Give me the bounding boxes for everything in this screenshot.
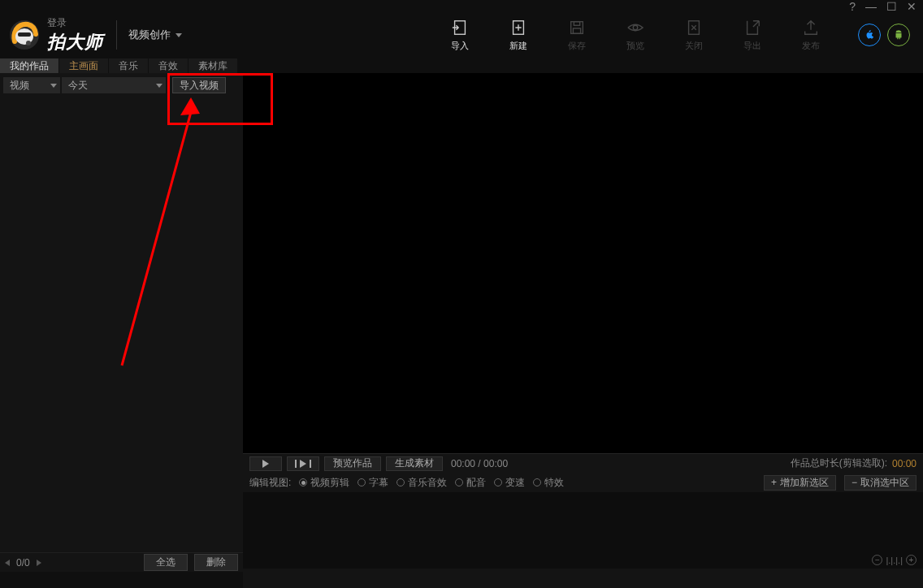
publish-tool[interactable]: 发布 <box>793 19 829 52</box>
import-video-button[interactable]: 导入视频 <box>172 77 226 93</box>
tool-label: 导入 <box>451 40 469 52</box>
timeline[interactable]: − |.|.|.| + <box>243 492 923 569</box>
close-button[interactable]: ✕ <box>907 0 916 13</box>
close-icon <box>685 19 703 37</box>
export-tool[interactable]: 导出 <box>734 19 770 52</box>
radio-icon <box>533 478 541 486</box>
type-filter-label: 视频 <box>10 79 29 93</box>
plus-icon: + <box>771 477 777 488</box>
app-brand: 拍大师 <box>47 30 103 54</box>
login-link[interactable]: 登录 <box>47 16 103 30</box>
tool-label: 新建 <box>509 40 527 52</box>
radio-icon <box>494 478 502 486</box>
prev-page-icon[interactable] <box>5 560 10 566</box>
zoom-marks: |.|.|.| <box>886 556 903 565</box>
radio-subtitle[interactable]: 字幕 <box>358 476 388 490</box>
add-selection-button[interactable]: +增加新选区 <box>764 475 836 491</box>
upload-icon <box>802 19 820 37</box>
asset-list <box>0 94 243 552</box>
time-display: 00:00 / 00:00 <box>451 458 508 469</box>
svg-point-3 <box>26 41 31 45</box>
app-logo-icon <box>8 19 41 51</box>
export-icon <box>743 19 761 37</box>
tab-music[interactable]: 音乐 <box>109 58 149 73</box>
radio-icon <box>299 478 307 486</box>
radio-icon <box>396 478 405 486</box>
edit-view-label: 编辑视图: <box>249 476 291 490</box>
time-filter-label: 今天 <box>68 79 88 93</box>
preview-work-button[interactable]: 预览作品 <box>324 456 381 471</box>
tab-assets[interactable]: 素材库 <box>188 58 238 73</box>
import-icon <box>451 19 469 37</box>
svg-rect-7 <box>574 21 579 25</box>
tool-label: 预览 <box>626 40 644 52</box>
help-icon[interactable]: ? <box>849 0 856 13</box>
import-tool[interactable]: 导入 <box>442 19 478 52</box>
tool-label: 导出 <box>743 40 761 52</box>
radio-icon <box>358 478 366 486</box>
apple-platform-icon[interactable] <box>858 24 881 46</box>
close-tool[interactable]: 关闭 <box>676 19 712 52</box>
select-all-button[interactable]: 全选 <box>144 554 188 571</box>
mode-label: 视频创作 <box>128 28 171 42</box>
chevron-down-icon <box>50 84 57 88</box>
next-page-icon[interactable] <box>37 560 41 566</box>
android-platform-icon[interactable] <box>887 24 910 46</box>
step-button[interactable] <box>287 456 319 471</box>
zoom-in-icon[interactable]: + <box>906 555 916 565</box>
svg-rect-8 <box>573 28 580 32</box>
new-icon <box>509 19 527 37</box>
logo-area: 登录 拍大师 <box>8 16 103 54</box>
radio-icon <box>455 478 463 486</box>
zoom-out-icon[interactable]: − <box>872 555 882 565</box>
tab-sound-fx[interactable]: 音效 <box>149 58 188 73</box>
chevron-down-icon <box>156 84 162 88</box>
new-tool[interactable]: 新建 <box>500 19 536 52</box>
radio-music-fx[interactable]: 音乐音效 <box>396 476 447 490</box>
save-icon <box>568 19 586 37</box>
duration-label: 作品总时长(剪辑选取): <box>791 456 887 470</box>
radio-video-edit[interactable]: 视频剪辑 <box>299 476 349 490</box>
radio-speed[interactable]: 变速 <box>494 476 525 490</box>
tab-my-works[interactable]: 我的作品 <box>0 58 59 73</box>
page-counter: 0/0 <box>16 557 30 569</box>
time-filter[interactable]: 今天 <box>62 77 166 93</box>
preview-tool[interactable]: 预览 <box>618 19 653 52</box>
minus-icon: − <box>852 477 857 488</box>
mode-selector[interactable]: 视频创作 <box>116 20 182 50</box>
delete-button[interactable]: 删除 <box>194 554 238 571</box>
eye-icon <box>626 19 644 37</box>
duration-value: 00:00 <box>892 458 916 469</box>
tool-label: 保存 <box>568 40 586 52</box>
save-tool[interactable]: 保存 <box>559 19 595 52</box>
svg-rect-2 <box>18 32 31 37</box>
svg-point-9 <box>633 25 638 30</box>
maximize-button[interactable]: ☐ <box>886 0 897 13</box>
chevron-down-icon <box>176 33 182 37</box>
type-filter[interactable]: 视频 <box>3 77 60 93</box>
radio-effects[interactable]: 特效 <box>533 476 564 490</box>
minimize-button[interactable]: — <box>865 0 877 13</box>
tool-label: 发布 <box>802 40 820 52</box>
cancel-selection-button[interactable]: −取消选中区 <box>844 475 916 491</box>
svg-rect-11 <box>295 460 297 468</box>
tab-main-canvas[interactable]: 主画面 <box>59 58 109 73</box>
svg-rect-12 <box>310 460 311 468</box>
generate-asset-button[interactable]: 生成素材 <box>386 456 443 471</box>
play-button[interactable] <box>249 456 282 471</box>
tool-label: 关闭 <box>685 40 703 52</box>
tab-bar: 我的作品 主画面 音乐 音效 素材库 <box>0 58 923 73</box>
radio-dubbing[interactable]: 配音 <box>455 476 486 490</box>
